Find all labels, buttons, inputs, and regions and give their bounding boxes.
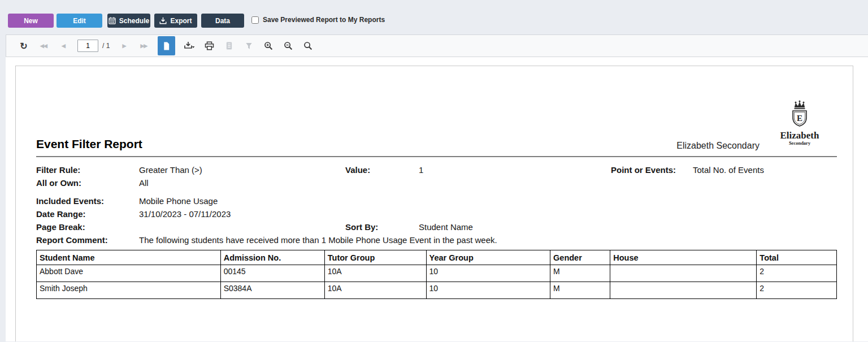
zoom-out-icon[interactable] <box>283 39 294 53</box>
filter-row: All or Own: All <box>36 176 837 189</box>
refresh-icon[interactable]: ↻ <box>18 39 29 53</box>
school-logo: E Elizabeth Secondary <box>774 100 826 146</box>
cell-total: 2 <box>757 265 837 282</box>
export-button[interactable]: Export <box>154 14 197 28</box>
filter-row: Filter Rule: Greater Than (>) Value: 1 P… <box>36 163 837 176</box>
report-title: Event Filter Report <box>36 137 142 151</box>
cell-student-name: Smith Joseph <box>37 282 221 299</box>
col-gender: Gender <box>550 250 610 265</box>
next-page-icon[interactable]: ▶ <box>118 39 129 53</box>
page-total-label: / 1 <box>102 42 110 50</box>
page-view-icon <box>162 41 171 51</box>
all-or-own-label: All or Own: <box>36 176 139 189</box>
new-button[interactable]: New <box>8 14 54 28</box>
logo-school-subtitle: Secondary <box>774 140 826 146</box>
cell-year-group: 10 <box>426 265 550 282</box>
edit-button[interactable]: Edit <box>57 14 102 28</box>
point-or-events-label: Point or Events: <box>611 163 693 176</box>
cell-total: 2 <box>757 282 837 299</box>
cell-tutor-group: 10A <box>324 265 426 282</box>
print-icon[interactable] <box>203 39 215 53</box>
viewer-content: E Elizabeth Secondary Event Filter Repor… <box>6 57 868 341</box>
cell-house <box>610 282 757 299</box>
save-previewed-report-checkbox[interactable] <box>251 16 259 24</box>
value-value: 1 <box>419 163 611 176</box>
col-admission-no: Admission No. <box>220 250 324 265</box>
sort-by-value: Student Name <box>419 220 611 233</box>
page-break-label: Page Break: <box>36 220 139 233</box>
sort-by-label: Sort By: <box>345 220 419 233</box>
table-row: Smith Joseph S0384A 10A 10 M 2 <box>37 282 837 299</box>
school-name: Elizabeth Secondary <box>676 140 760 151</box>
page-view-button[interactable] <box>158 36 175 55</box>
cell-admission-no: S0384A <box>220 282 324 299</box>
cell-year-group: 10 <box>426 282 550 299</box>
data-button[interactable]: Data <box>201 14 244 28</box>
schedule-button-label: Schedule <box>119 17 149 25</box>
col-student-name: Student Name <box>37 250 221 265</box>
cell-tutor-group: 10A <box>324 282 426 299</box>
cell-gender: M <box>550 282 610 299</box>
filter-icon[interactable] <box>243 39 254 53</box>
zoom-search-icon[interactable] <box>302 39 314 53</box>
action-bar: New Edit Schedule Export Data <box>0 0 868 34</box>
document-map-icon[interactable] <box>223 39 235 53</box>
schedule-button[interactable]: Schedule <box>107 14 150 28</box>
school-crest-icon: E <box>776 100 823 129</box>
cell-gender: M <box>550 265 610 282</box>
filter-rule-value: Greater Than (>) <box>139 163 345 176</box>
svg-text:E: E <box>797 114 802 123</box>
filter-row: Report Comment: The following students h… <box>36 233 837 246</box>
report-comment-value: The following students have received mor… <box>139 233 837 246</box>
save-previewed-report-label[interactable]: Save Previewed Report to My Reports <box>263 16 385 24</box>
point-or-events-value: Total No. of Events <box>693 163 837 176</box>
report-page: E Elizabeth Secondary Event Filter Repor… <box>15 66 853 341</box>
first-page-icon[interactable]: ◀◀ <box>38 39 49 53</box>
included-events-value: Mobile Phone Usage <box>139 194 345 207</box>
logo-school-name: Elizabeth <box>774 131 826 140</box>
date-range-value: 31/10/2023 - 07/11/2023 <box>139 207 345 220</box>
col-total: Total <box>757 250 837 265</box>
table-row: Abbott Dave 00145 10A 10 M 2 <box>37 265 837 282</box>
filter-rule-label: Filter Rule: <box>36 163 139 176</box>
report-header: Event Filter Report Elizabeth Secondary <box>36 137 837 151</box>
filter-row: Included Events: Mobile Phone Usage <box>36 194 837 207</box>
previous-page-icon[interactable]: ◀ <box>58 39 69 53</box>
value-label: Value: <box>345 163 419 176</box>
save-download-icon[interactable] <box>184 39 195 53</box>
included-events-label: Included Events: <box>36 194 139 207</box>
col-year-group: Year Group <box>426 250 550 265</box>
page-break-value <box>139 220 345 233</box>
page-number-input[interactable] <box>77 40 98 52</box>
results-table: Student Name Admission No. Tutor Group Y… <box>36 250 837 299</box>
viewer-toolbar: ↻ ◀◀ ◀ / 1 ▶ ▶▶ <box>6 34 868 57</box>
zoom-in-icon[interactable] <box>263 39 274 53</box>
cell-student-name: Abbott Dave <box>37 265 221 282</box>
date-range-label: Date Range: <box>36 207 139 220</box>
download-icon <box>159 17 167 24</box>
cell-admission-no: 00145 <box>220 265 324 282</box>
export-button-label: Export <box>170 17 192 25</box>
col-house: House <box>610 250 757 265</box>
filter-row: Page Break: Sort By: Student Name <box>36 220 837 233</box>
table-header-row: Student Name Admission No. Tutor Group Y… <box>37 250 837 265</box>
col-tutor-group: Tutor Group <box>324 250 426 265</box>
all-or-own-value: All <box>139 176 345 189</box>
calendar-icon <box>108 17 116 24</box>
filter-summary: Filter Rule: Greater Than (>) Value: 1 P… <box>36 157 837 246</box>
cell-house <box>610 265 757 282</box>
filter-row: Date Range: 31/10/2023 - 07/11/2023 <box>36 207 837 220</box>
last-page-icon[interactable]: ▶▶ <box>138 39 149 53</box>
report-comment-label: Report Comment: <box>36 233 139 246</box>
save-previewed-report-group: Save Previewed Report to My Reports <box>251 16 385 24</box>
